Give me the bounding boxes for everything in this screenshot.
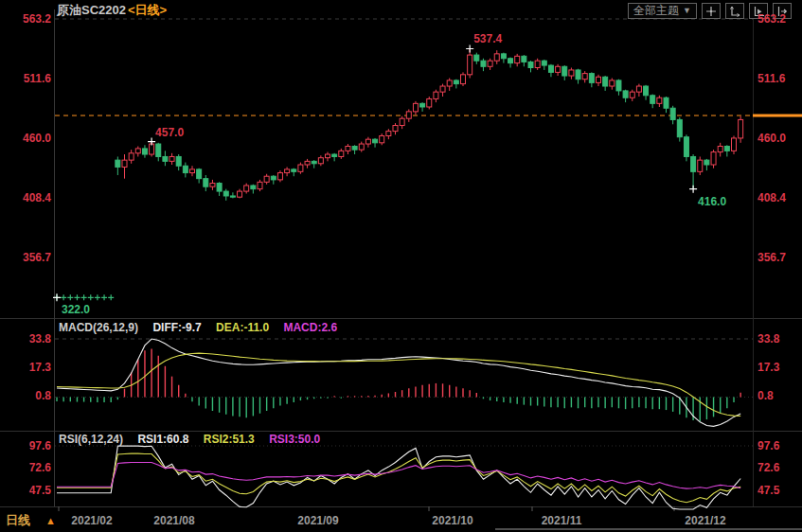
candle-body	[217, 184, 222, 192]
candle-body	[603, 77, 608, 86]
candle-body	[373, 139, 378, 143]
candle-body	[223, 191, 228, 196]
price-annotation: 416.0	[698, 195, 726, 208]
candle-body	[664, 98, 668, 108]
candle-body	[169, 156, 174, 161]
candle-body	[488, 61, 492, 66]
crosshair-icon[interactable]	[702, 3, 721, 19]
y-axis-label: 356.7	[0, 251, 51, 264]
y-axis-label: 460.0	[757, 132, 801, 145]
macd-diff-value: DIFF:-9.7	[152, 321, 201, 334]
flat-price-tick	[88, 294, 94, 300]
y-axis-label: 17.3	[0, 361, 51, 374]
price-annotation: 537.4	[473, 32, 502, 45]
candle-body	[277, 173, 282, 180]
rsi3-line	[57, 463, 740, 489]
y-axis-label: 17.3	[757, 361, 801, 374]
theme-selector-label: 全部主题	[633, 3, 679, 19]
y-axis-label: 356.7	[757, 251, 801, 264]
chart-canvas[interactable]	[0, 0, 802, 532]
y-axis-label: 33.8	[757, 332, 801, 346]
candle-body	[522, 56, 526, 62]
candle-body	[677, 119, 682, 136]
candle-body	[501, 54, 506, 59]
y-axis-label: 47.5	[757, 484, 801, 497]
y-axis-label: 408.4	[0, 191, 51, 204]
candle-body	[548, 65, 553, 72]
candle-body	[698, 160, 703, 171]
period-tab[interactable]: 日线 ▲	[6, 512, 56, 529]
candle-body	[528, 62, 533, 67]
x-axis-label: 2021/08	[144, 514, 205, 527]
y-axis-label: 0.8	[757, 389, 801, 402]
candle-body	[718, 146, 722, 151]
candle-body	[352, 146, 357, 150]
crosshair-marker	[466, 44, 473, 52]
reference-price-tag	[753, 115, 802, 117]
candle-body	[515, 56, 520, 62]
y-axis-label: 460.0	[0, 132, 51, 145]
axis-zoom-icon[interactable]	[725, 3, 744, 19]
rsi1-value: RSI1:60.8	[137, 433, 188, 446]
candle-body	[556, 66, 561, 72]
candle-body	[305, 161, 310, 165]
rsi1-line	[57, 446, 740, 509]
candle-body	[616, 80, 621, 91]
candle-body	[704, 160, 709, 165]
candle-body	[447, 80, 452, 86]
x-axis-label: 2021/10	[422, 514, 483, 527]
y-axis-label: 97.6	[757, 439, 801, 452]
candle-body	[190, 169, 195, 173]
candle-body	[258, 182, 262, 188]
y-axis-label: 97.6	[0, 439, 51, 452]
crosshair-marker	[689, 186, 697, 193]
macd-diff-line	[57, 339, 740, 426]
y-axis-label: 408.4	[757, 191, 801, 204]
candle-body	[542, 61, 546, 65]
macd-dea-value: DEA:-11.0	[216, 321, 269, 334]
candle-body	[636, 86, 641, 92]
candle-body	[380, 136, 384, 143]
candle-body	[535, 61, 540, 67]
rsi2-line	[57, 453, 740, 503]
candle-body	[684, 137, 688, 157]
flat-price-tick	[108, 294, 114, 300]
candle-body	[508, 59, 513, 63]
candle-body	[156, 144, 161, 156]
y-axis-label: 47.5	[0, 484, 51, 497]
y-axis-label: 72.6	[0, 461, 51, 474]
caret-up-icon: ▲	[45, 515, 56, 526]
candle-body	[271, 176, 276, 180]
candle-body	[461, 75, 466, 84]
candle-body	[400, 118, 404, 125]
candle-body	[406, 112, 411, 118]
candle-body	[142, 149, 147, 154]
candle-body	[244, 186, 249, 191]
candle-body	[562, 66, 567, 76]
candle-body	[597, 77, 601, 82]
chart-title: 原油SC2202<日线>	[57, 2, 167, 19]
horizontal-scrollbar[interactable]	[495, 528, 802, 530]
candle-body	[739, 119, 743, 138]
candle-body	[298, 165, 303, 171]
crosshair-glyph	[705, 6, 717, 17]
caret-down-icon: ▼	[683, 7, 691, 15]
candle-body	[359, 144, 364, 150]
candle-body	[332, 154, 337, 156]
candle-body	[670, 108, 675, 119]
theme-selector-button[interactable]: 全部主题 ▼	[628, 3, 697, 19]
y-axis-label: 0.8	[0, 389, 51, 402]
y-axis-label: 72.6	[757, 461, 801, 474]
candle-body	[576, 70, 580, 80]
x-axis-label: 2021/11	[531, 514, 592, 527]
flat-price-tick	[95, 294, 100, 300]
candle-body	[589, 74, 594, 83]
period-tab-label: 日线	[6, 512, 30, 529]
candle-body	[122, 160, 127, 167]
candle-body	[150, 144, 154, 154]
candle-body	[413, 103, 418, 112]
candle-body	[468, 55, 472, 75]
candle-body	[346, 146, 350, 151]
y-axis-label: 511.6	[757, 72, 801, 85]
candle-body	[264, 176, 269, 182]
